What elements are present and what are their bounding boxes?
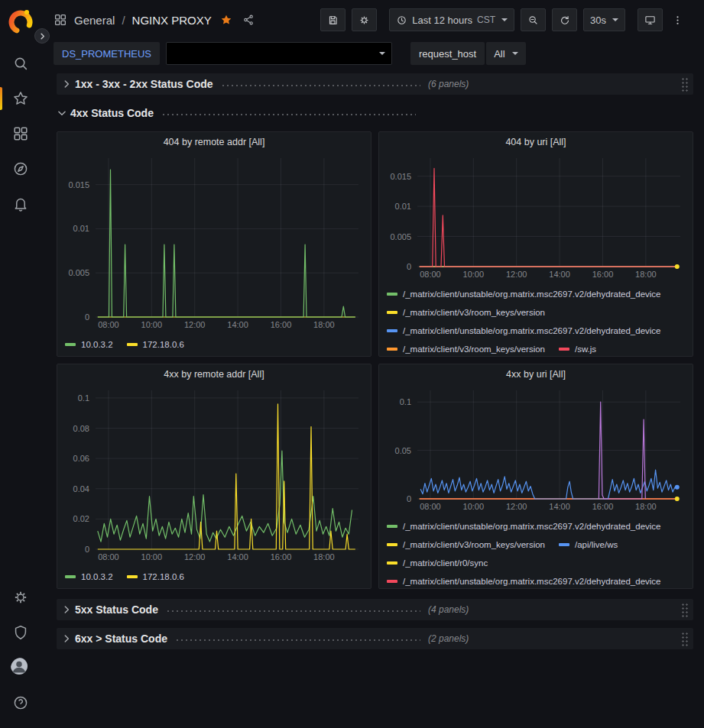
favorite-star-button[interactable] — [219, 12, 234, 28]
svg-text:0.06: 0.06 — [73, 454, 89, 463]
dashboard-row-6xx[interactable]: 6xx > Status Code (2 panels) — [57, 628, 693, 649]
breadcrumb-section[interactable]: General — [74, 14, 115, 27]
legend-item[interactable]: /_matrix/client/v3/room_keys/version — [387, 345, 545, 354]
svg-text:08:00: 08:00 — [420, 502, 441, 511]
time-range-label: Last 12 hours — [412, 15, 472, 26]
breadcrumb-separator: / — [122, 14, 125, 27]
sync-icon — [559, 15, 570, 26]
caret-down-icon — [379, 52, 385, 55]
chevron-down-icon — [57, 108, 67, 118]
panel-title[interactable]: 4xx by uri [All] — [379, 364, 693, 384]
refresh-interval-dropdown[interactable]: 30s — [583, 8, 625, 31]
svg-text:14:00: 14:00 — [227, 320, 248, 329]
datasource-variable-label[interactable]: DS_PROMETHEUS — [54, 42, 160, 65]
legend-item[interactable]: 172.18.0.6 — [127, 340, 184, 349]
apps-icon — [12, 125, 29, 142]
share-button[interactable] — [241, 12, 256, 28]
ellipsis-v-icon — [672, 15, 683, 26]
time-range-picker[interactable]: Last 12 hours CST — [389, 8, 514, 31]
svg-text:14:00: 14:00 — [549, 270, 570, 279]
star-icon — [12, 90, 29, 107]
sidebar-item-explore[interactable] — [0, 151, 41, 186]
panel-legend: 10.0.3.2172.18.0.6 — [57, 331, 371, 356]
compass-icon — [12, 160, 29, 177]
dashboard-row-5xx[interactable]: 5xx Status Code (4 panels) — [57, 599, 693, 620]
panel-legend: /_matrix/client/unstable/org.matrix.msc2… — [379, 513, 693, 588]
search-minus-icon — [527, 15, 539, 26]
dashboard-row-1xx-3xx-2xx[interactable]: 1xx - 3xx - 2xx Status Code (6 panels) — [57, 73, 693, 95]
save-dashboard-button[interactable] — [320, 8, 346, 31]
kebab-menu-button[interactable] — [669, 8, 692, 31]
panel-title[interactable]: 404 by uri [All] — [379, 132, 693, 152]
legend-item[interactable]: /_matrix/client/unstable/org.matrix.msc2… — [387, 577, 661, 586]
row-title: 4xx Status Code — [70, 107, 154, 119]
sidebar — [0, 0, 41, 728]
variables-bar: DS_PROMETHEUS request_host All — [41, 40, 704, 67]
sidebar-expand-button[interactable] — [34, 28, 50, 44]
legend-item[interactable]: /_matrix/client/unstable/org.matrix.msc2… — [387, 522, 661, 531]
panel-title[interactable]: 404 by remote addr [All] — [57, 132, 371, 152]
legend-item[interactable]: /_matrix/client/v3/room_keys/version — [387, 308, 545, 317]
legend-swatch — [387, 561, 397, 565]
row-drag-handle[interactable] — [681, 632, 689, 646]
caret-down-icon — [612, 18, 618, 21]
legend-item[interactable]: /_matrix/client/v3/room_keys/version — [387, 540, 545, 549]
legend-swatch — [387, 580, 397, 583]
dashboard-settings-button[interactable] — [352, 8, 377, 31]
legend-item[interactable]: /api/live/ws — [559, 540, 618, 549]
svg-text:18:00: 18:00 — [635, 502, 657, 511]
legend-item[interactable]: /_matrix/client/unstable/org.matrix.msc2… — [387, 326, 661, 335]
sidebar-item-alerting[interactable] — [0, 186, 41, 222]
gear-icon — [358, 15, 370, 26]
grafana-logo[interactable] — [5, 6, 36, 37]
sidebar-item-profile[interactable] — [0, 650, 41, 685]
svg-text:18:00: 18:00 — [313, 320, 335, 329]
search-icon — [12, 55, 29, 72]
svg-text:10:00: 10:00 — [141, 552, 163, 561]
sidebar-item-help[interactable] — [0, 685, 41, 720]
row-drag-handle[interactable] — [681, 77, 689, 92]
sidebar-item-search[interactable] — [0, 46, 41, 81]
legend-swatch — [127, 343, 138, 346]
time-series-chart[interactable]: 08:0010:0012:0014:0016:0018:0000.0050.01… — [379, 152, 693, 280]
clock-icon — [396, 15, 407, 26]
time-series-chart[interactable]: 08:0010:0012:0014:0016:0018:0000.050.1 — [379, 384, 693, 513]
sidebar-item-starred[interactable] — [0, 81, 41, 116]
legend-swatch — [559, 348, 569, 351]
breadcrumb-title[interactable]: NGINX PROXY — [132, 14, 212, 27]
dashboard-content: 1xx - 3xx - 2xx Status Code (6 panels) 4… — [41, 67, 704, 728]
legend-item[interactable]: /_matrix/client/unstable/org.matrix.msc2… — [387, 290, 661, 299]
legend-swatch — [387, 525, 397, 528]
datasource-variable-select[interactable] — [166, 42, 392, 65]
caret-down-icon — [501, 18, 508, 21]
legend-item[interactable]: /sw.js — [559, 345, 596, 354]
row-title: 5xx Status Code — [75, 603, 158, 616]
svg-text:08:00: 08:00 — [420, 270, 441, 279]
legend-swatch — [559, 543, 569, 546]
panel-4xx-by-uri: 4xx by uri [All] 08:0010:0012:0014:0016:… — [378, 364, 693, 589]
legend-item[interactable]: 172.18.0.6 — [127, 572, 184, 581]
time-series-chart[interactable]: 08:0010:0012:0014:0016:0018:0000.020.040… — [57, 384, 371, 563]
request-host-variable-value: All — [494, 48, 504, 60]
legend-item[interactable]: 10.0.3.2 — [65, 572, 113, 581]
panel-title[interactable]: 4xx by remote addr [All] — [57, 364, 371, 384]
sidebar-item-dashboards[interactable] — [0, 116, 41, 151]
zoom-out-button[interactable] — [521, 8, 546, 31]
apps-icon — [54, 13, 67, 27]
legend-item[interactable]: 10.0.3.2 — [65, 340, 113, 349]
sidebar-item-configuration[interactable] — [0, 580, 41, 615]
timezone-label: CST — [477, 15, 495, 25]
chevron-right-icon — [38, 32, 47, 40]
panel-404-by-remote-addr: 404 by remote addr [All] 08:0010:0012:00… — [57, 131, 371, 357]
svg-text:0.015: 0.015 — [390, 172, 411, 181]
refresh-button[interactable] — [552, 8, 577, 31]
legend-item[interactable]: /_matrix/client/r0/sync — [387, 558, 488, 568]
shield-icon — [12, 624, 29, 641]
row-drag-handle[interactable] — [681, 603, 689, 617]
sidebar-item-server-admin[interactable] — [0, 615, 41, 650]
time-series-chart[interactable]: 08:0010:0012:0014:0016:0018:0000.0050.01… — [57, 152, 371, 331]
request-host-variable-select[interactable]: All — [486, 42, 525, 65]
cycle-view-mode-button[interactable] — [637, 8, 663, 31]
panel-4xx-by-remote-addr: 4xx by remote addr [All] 08:0010:0012:00… — [57, 364, 371, 589]
dashboard-row-4xx[interactable]: 4xx Status Code — [57, 102, 693, 124]
